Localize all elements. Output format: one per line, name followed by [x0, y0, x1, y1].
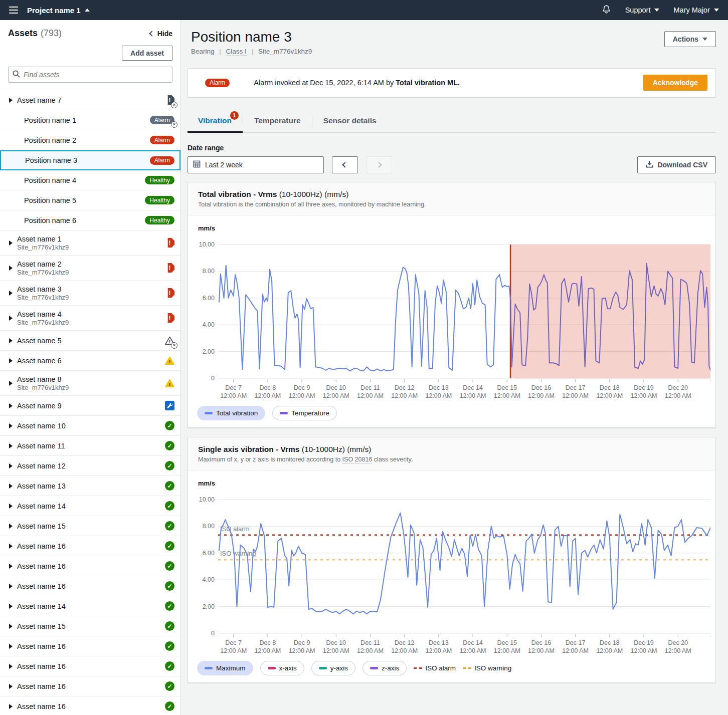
asset-label: Asset name 12 — [17, 462, 66, 470]
expand-arrow-icon[interactable] — [9, 338, 13, 343]
sidebar-asset-row[interactable]: Asset name 9 — [0, 396, 180, 416]
svg-text:12:00 AM: 12:00 AM — [425, 647, 452, 654]
expand-arrow-icon[interactable] — [9, 504, 13, 509]
breadcrumb-class-link[interactable]: Class I — [226, 48, 247, 56]
sidebar-position-row[interactable]: Position name 6Healthy — [0, 210, 180, 230]
sidebar-asset-row[interactable]: Asset name 16✓ — [0, 556, 180, 576]
sidebar-asset-row[interactable]: Asset name 1Site_m776v1khz9! — [0, 230, 180, 256]
svg-text:Dec 19: Dec 19 — [634, 384, 654, 391]
expand-arrow-icon[interactable] — [9, 704, 13, 709]
sidebar-position-row[interactable]: Position name 5Healthy — [0, 190, 180, 210]
tab-vibration[interactable]: Vibration 1 — [188, 112, 243, 132]
expand-arrow-icon[interactable] — [9, 381, 13, 386]
expand-arrow-icon[interactable] — [9, 564, 13, 569]
project-selector[interactable]: Project name 1 — [27, 6, 90, 15]
add-asset-button[interactable]: Add asset — [122, 46, 172, 61]
download-csv-button[interactable]: Download CSV — [637, 156, 716, 173]
chevron-up-icon — [85, 9, 90, 12]
expand-arrow-icon[interactable] — [9, 291, 13, 296]
expand-arrow-icon[interactable] — [9, 584, 13, 589]
actions-button[interactable]: Actions — [664, 31, 716, 47]
sidebar-asset-row[interactable]: Asset name 16✓ — [0, 576, 180, 596]
sidebar-position-row[interactable]: Position name 2Alarm — [0, 130, 180, 150]
expand-arrow-icon[interactable] — [9, 316, 13, 321]
sidebar-position-row[interactable]: Position name 4Healthy — [0, 170, 180, 190]
expand-arrow-icon[interactable] — [9, 98, 13, 103]
acknowledge-button[interactable]: Acknowledge — [643, 75, 707, 91]
sidebar-asset-row[interactable]: Asset name 12✓ — [0, 456, 180, 476]
sidebar-asset-row[interactable]: Asset name 14✓ — [0, 596, 180, 616]
expand-arrow-icon[interactable] — [9, 443, 13, 448]
sidebar-asset-row[interactable]: Asset name 4Site_m776v1khz9! — [0, 306, 180, 331]
asset-label: Asset name 16 — [17, 682, 66, 690]
sidebar-asset-row[interactable]: Asset name 10✓ — [0, 416, 180, 436]
next-period-button[interactable] — [366, 156, 392, 173]
expand-arrow-icon[interactable] — [9, 423, 13, 428]
sidebar-asset-row[interactable]: Asset name 15✓ — [0, 616, 180, 636]
y-axis-unit-label: mm/s — [194, 480, 709, 487]
sidebar-asset-row[interactable]: Asset name 15✓ — [0, 516, 180, 536]
legend-item-total-vibration[interactable]: Total vibration — [197, 406, 265, 420]
sidebar-asset-row[interactable]: Asset name 16✓ — [0, 536, 180, 556]
sidebar-asset-row[interactable]: Asset name 14✓ — [0, 496, 180, 516]
sidebar-asset-row[interactable]: Asset name 6! — [0, 351, 180, 371]
sidebar-asset-row[interactable]: Asset name 7!× — [0, 90, 180, 110]
sidebar-asset-row[interactable]: Asset name 3Site_m776v1khz9! — [0, 281, 180, 306]
svg-text:Dec 13: Dec 13 — [429, 639, 449, 646]
svg-text:12:00 AM: 12:00 AM — [357, 647, 384, 654]
notifications-bell-icon[interactable] — [602, 5, 611, 16]
support-menu[interactable]: Support — [625, 6, 660, 14]
sidebar-asset-row[interactable]: Asset name 5!× — [0, 331, 180, 351]
sidebar-asset-row[interactable]: Asset name 13✓ — [0, 476, 180, 496]
user-menu[interactable]: Mary Major — [673, 6, 719, 14]
legend-item-maximum[interactable]: Maximum — [197, 661, 253, 675]
expand-arrow-icon[interactable] — [9, 484, 13, 489]
sidebar-asset-row[interactable]: Asset name 16✓ — [0, 636, 180, 656]
expand-arrow-icon[interactable] — [9, 241, 13, 246]
hide-panel-button[interactable]: Hide — [150, 30, 172, 38]
expand-arrow-icon[interactable] — [9, 266, 13, 271]
sidebar-position-row[interactable]: Position name 1Alarm× — [0, 110, 180, 130]
iso-20816-link[interactable]: ISO 20816 — [342, 456, 373, 463]
svg-text:Dec 11: Dec 11 — [360, 639, 380, 646]
sidebar-asset-row[interactable]: Asset name 8Site_m776v1khz9! — [0, 371, 180, 396]
svg-text:Dec 8: Dec 8 — [260, 639, 276, 646]
asset-label: Position name 2 — [24, 136, 76, 144]
sidebar-asset-row[interactable]: Asset name 16✓ — [0, 696, 180, 715]
sidebar-asset-row[interactable]: Asset name 16✓ — [0, 656, 180, 676]
warning-triangle-icon: ! — [165, 356, 174, 365]
tab-temperature[interactable]: Temperature — [243, 112, 312, 132]
previous-period-button[interactable] — [332, 156, 358, 173]
expand-arrow-icon[interactable] — [9, 604, 13, 609]
legend-item-y-axis[interactable]: y-axis — [311, 661, 355, 675]
single-axis-vibration-chart-card: Single axis vibration - Vrms (10-1000Hz)… — [188, 437, 716, 683]
expand-arrow-icon[interactable] — [9, 544, 13, 549]
single-axis-vibration-chart[interactable]: 10.008.006.004.002.000ISO alarmISO warni… — [194, 494, 710, 655]
expand-arrow-icon[interactable] — [9, 644, 13, 649]
legend-item-temperature[interactable]: Temperature — [272, 406, 337, 420]
support-label: Support — [625, 6, 651, 14]
sidebar-asset-row[interactable]: Asset name 2Site_m776v1khz9! — [0, 256, 180, 281]
legend-item-x-axis[interactable]: x-axis — [260, 661, 304, 675]
asset-label: Asset name 1 — [17, 235, 69, 243]
asset-label: Asset name 10 — [17, 422, 66, 430]
expand-arrow-icon[interactable] — [9, 403, 13, 408]
asset-search-box[interactable] — [8, 67, 172, 83]
search-input[interactable] — [24, 71, 168, 79]
svg-text:Dec 9: Dec 9 — [294, 384, 310, 391]
sidebar-asset-row[interactable]: Asset name 16✓ — [0, 676, 180, 696]
total-vibration-chart[interactable]: 10.008.006.004.002.000Dec 712:00 AMDec 8… — [194, 239, 710, 400]
expand-arrow-icon[interactable] — [9, 684, 13, 689]
expand-arrow-icon[interactable] — [9, 524, 13, 529]
svg-text:12:00 AM: 12:00 AM — [528, 647, 555, 654]
expand-arrow-icon[interactable] — [9, 358, 13, 363]
sidebar-asset-row[interactable]: Asset name 11✓ — [0, 436, 180, 456]
menu-icon[interactable] — [9, 7, 18, 14]
expand-arrow-icon[interactable] — [9, 664, 13, 669]
date-range-select[interactable]: Last 2 week — [188, 156, 324, 173]
expand-arrow-icon[interactable] — [9, 463, 13, 468]
legend-item-z-axis[interactable]: z-axis — [362, 661, 407, 675]
tab-sensor-details[interactable]: Sensor details — [312, 112, 388, 132]
sidebar-position-row[interactable]: Position name 3Alarm — [0, 150, 180, 170]
expand-arrow-icon[interactable] — [9, 624, 13, 629]
